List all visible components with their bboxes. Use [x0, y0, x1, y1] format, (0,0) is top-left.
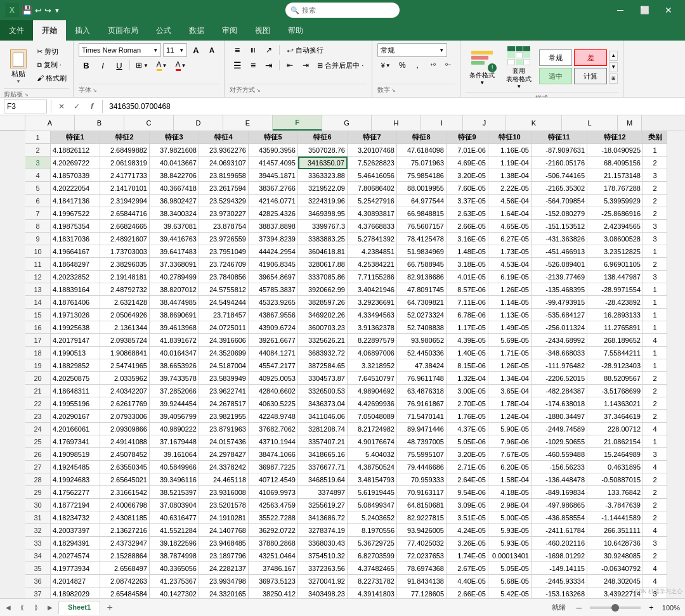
format-painter-button[interactable]: 🖌 格式刷 [34, 72, 69, 84]
cell-r6c12[interactable]: 5.39959929 [587, 195, 643, 207]
cell-r9c3[interactable]: 39.4416763 [150, 233, 199, 245]
cell-r19c7[interactable]: 3.3218952 [348, 359, 397, 372]
cell-r37c4[interactable]: 24.3320165 [199, 587, 249, 598]
cell-r36c3[interactable]: 41.2375367 [150, 575, 199, 587]
cell-r8c7[interactable]: 4.37668833 [348, 220, 397, 233]
cell-r6c3[interactable]: 36.9802427 [150, 195, 199, 207]
minimize-btn[interactable]: ─ [609, 3, 632, 18]
cell-r4c9[interactable]: 3.20E-05 [447, 169, 488, 182]
cell-r26c12[interactable]: 15.2464989 [587, 448, 643, 461]
cell-r19c5[interactable]: 45547.2177 [249, 359, 298, 372]
cell-r3c3[interactable]: 40.0413667 [150, 157, 199, 169]
table-format-button[interactable]: 套用 表格格式 ▼ [502, 43, 535, 91]
cell-r31c3[interactable]: 40.6316477 [150, 511, 199, 524]
cell-r25c1[interactable]: 4.17697341 [51, 435, 100, 448]
cell-r25c13[interactable]: 1 [643, 435, 667, 448]
font-size-dropdown[interactable]: 11▼ [163, 43, 187, 57]
cell-r7c7[interactable]: 4.30893817 [348, 207, 397, 220]
cell-r17c9[interactable]: 4.39E-05 [447, 334, 488, 347]
cell-r9c10[interactable]: 6.27E-05 [488, 233, 532, 245]
save-icon[interactable]: 💾 [22, 5, 32, 15]
cell-r22c2[interactable]: 2.62617769 [100, 397, 150, 410]
cell-r34c7[interactable]: 6.82703599 [348, 549, 397, 562]
cell-r3c12[interactable]: 68.4095156 [587, 157, 643, 169]
cell-r1c5[interactable]: 特征5 [249, 131, 298, 144]
cell-r14c3[interactable]: 38.4474985 [150, 296, 199, 309]
cell-r24c6[interactable]: 3281208.74 [298, 423, 348, 435]
cell-r17c8[interactable]: 93.980652 [397, 334, 447, 347]
cell-r3c1[interactable]: 4.20269722 [51, 157, 100, 169]
cell-r25c8[interactable]: 48.7397005 [397, 435, 447, 448]
cell-r32c9[interactable]: 4.24E-05 [447, 524, 488, 537]
cell-r30c4[interactable]: 23.5201578 [199, 499, 249, 511]
cell-r20c12[interactable]: 88.5209567 [587, 372, 643, 385]
cell-r37c10[interactable]: 5.42E-05 [488, 587, 532, 598]
cell-r12c6[interactable]: 3337085.86 [298, 271, 348, 283]
cell-r28c8[interactable]: 70.959333 [397, 473, 447, 486]
cell-r32c10[interactable]: 5.93E-05 [488, 524, 532, 537]
confirm-formula-icon[interactable]: ✓ [70, 100, 83, 113]
tab-help[interactable]: 帮助 [279, 20, 312, 41]
row-header-13[interactable]: 13 [25, 283, 51, 296]
cell-r35c1[interactable]: 4.19773934 [51, 562, 100, 575]
cell-r22c3[interactable]: 39.9244454 [150, 397, 199, 410]
cell-r27c12[interactable]: 0.4631895 [587, 461, 643, 473]
row-header-32[interactable]: 32 [25, 524, 51, 537]
cell-r11c2[interactable]: 2.38296035 [100, 258, 150, 271]
cell-r34c3[interactable]: 38.7874998 [150, 549, 199, 562]
cell-r27c7[interactable]: 4.38750524 [348, 461, 397, 473]
row-header-2[interactable]: 2 [25, 144, 51, 157]
cell-r16c11[interactable]: -256.011324 [532, 321, 587, 334]
cell-r7c5[interactable]: 42825.4326 [249, 207, 298, 220]
cell-r37c12[interactable]: 3.43922714 [587, 587, 643, 598]
cell-r3c9[interactable]: 4.69E-05 [447, 157, 488, 169]
cell-r3c10[interactable]: 1.19E-04 [488, 157, 532, 169]
cell-r21c8[interactable]: 63.4876318 [397, 385, 447, 397]
cancel-formula-icon[interactable]: ✕ [55, 100, 68, 113]
cell-r29c5[interactable]: 41069.9973 [249, 486, 298, 499]
row-header-5[interactable]: 5 [25, 182, 51, 195]
cell-r34c2[interactable]: 2.15288864 [100, 549, 150, 562]
cell-r17c12[interactable]: 268.189652 [587, 334, 643, 347]
cell-r11c13[interactable]: 2 [643, 258, 667, 271]
cell-r12c13[interactable]: 3 [643, 271, 667, 283]
cell-r34c8[interactable]: 72.0237653 [397, 549, 447, 562]
cell-r14c7[interactable]: 3.29236691 [348, 296, 397, 309]
cell-r33c3[interactable]: 39.1822596 [150, 537, 199, 549]
cell-r9c11[interactable]: -431.363826 [532, 233, 587, 245]
cell-r18c9[interactable]: 1.40E-05 [447, 347, 488, 359]
cell-r20c11[interactable]: -2206.52015 [532, 372, 587, 385]
cell-r31c9[interactable]: 3.51E-05 [447, 511, 488, 524]
cell-r27c9[interactable]: 2.71E-05 [447, 461, 488, 473]
styles-more[interactable]: ⊞ [609, 74, 618, 84]
cell-r17c10[interactable]: 5.69E-05 [488, 334, 532, 347]
redo-icon[interactable]: ↪ [44, 6, 51, 15]
cell-r5c1[interactable]: 4.20222054 [51, 182, 100, 195]
cell-r14c10[interactable]: 1.14E-05 [488, 296, 532, 309]
cell-r17c2[interactable]: 2.09385724 [100, 334, 150, 347]
cell-r12c10[interactable]: 6.19E-05 [488, 271, 532, 283]
cell-r2c6[interactable]: 3507028.76 [298, 144, 348, 157]
percent-button[interactable]: % [395, 58, 409, 72]
cell-r37c8[interactable]: 77.128605 [397, 587, 447, 598]
cell-r32c5[interactable]: 36292.0722 [249, 524, 298, 537]
sheet-nav-last[interactable]: ⟫ [30, 602, 42, 613]
cell-r15c6[interactable]: 3469202.26 [298, 309, 348, 321]
cell-r25c12[interactable]: 21.0862154 [587, 435, 643, 448]
tab-formulas[interactable]: 公式 [147, 20, 180, 41]
underline-button[interactable]: U [112, 58, 127, 72]
cell-r11c10[interactable]: 4.53E-04 [488, 258, 532, 271]
cell-r20c7[interactable]: 7.64510797 [348, 372, 397, 385]
cell-r18c2[interactable]: 1.90868841 [100, 347, 150, 359]
cell-r18c1[interactable]: 4.1990513 [51, 347, 100, 359]
cell-r1c6[interactable]: 特征6 [298, 131, 348, 144]
cell-r6c9[interactable]: 3.37E-05 [447, 195, 488, 207]
sheet-nav-first[interactable]: ⟪ [16, 602, 28, 613]
cell-r34c1[interactable]: 4.20274574 [51, 549, 100, 562]
style-good[interactable]: 适中 [539, 68, 572, 84]
cell-r13c9[interactable]: 8.57E-06 [447, 283, 488, 296]
cell-r11c3[interactable]: 37.3368091 [150, 258, 199, 271]
cell-r4c5[interactable]: 39445.1871 [249, 169, 298, 182]
cell-r13c7[interactable]: 3.40421946 [348, 283, 397, 296]
tab-file[interactable]: 文件 [0, 20, 33, 41]
